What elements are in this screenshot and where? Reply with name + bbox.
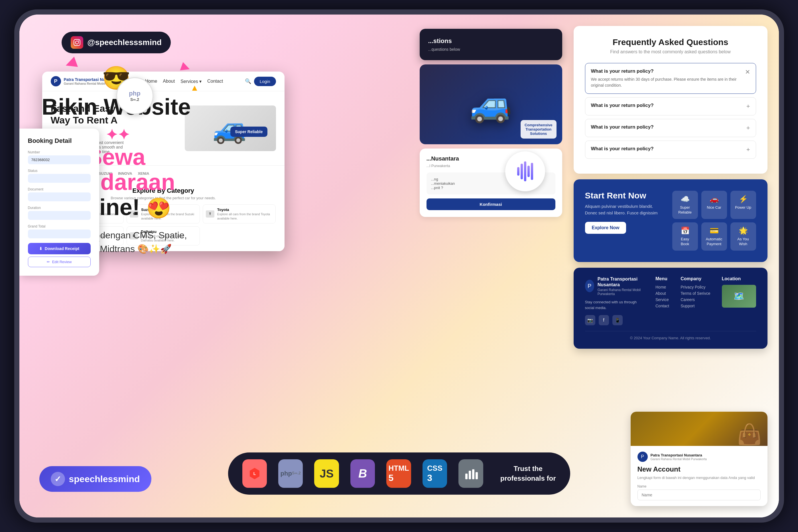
faq-subtitle: Find answers to the most commonly asked …	[585, 49, 756, 54]
php-badge: php S∞.2	[116, 77, 153, 114]
duration-input[interactable]	[28, 211, 91, 220]
svg-text:L: L	[253, 471, 256, 476]
rent-features: ☁️ Super Reliable 🚗 Nice Car ⚡ Power Up …	[672, 191, 756, 251]
svg-rect-7	[476, 472, 478, 479]
svg-rect-0	[74, 39, 80, 45]
footer-link-about[interactable]: About	[656, 291, 669, 296]
status-input[interactable]	[28, 174, 91, 183]
booking-field-total: Grand Total	[28, 224, 91, 238]
wave-bar-1	[517, 167, 519, 176]
download-receipt-button[interactable]: ⬇ Download Receipt	[28, 243, 91, 254]
svg-rect-4	[465, 474, 468, 479]
login-button[interactable]: Login	[254, 77, 276, 86]
svg-point-2	[78, 40, 79, 41]
deco-triangle-3: ▲	[190, 83, 199, 93]
explore-button[interactable]: Explore Now	[585, 222, 626, 234]
footer-logo-icon: P	[585, 280, 594, 292]
trust-text: Trust theprofessionals for	[500, 464, 556, 483]
whatsapp-social-icon[interactable]: 📱	[612, 315, 623, 325]
faq-item-2[interactable]: What is your return policy? +	[585, 97, 756, 115]
toyota-info: ToyotaExplore all cars from the brand To…	[217, 208, 273, 221]
feature-label-6: As You Wish	[735, 237, 752, 247]
account-brand-sub: Garani Rahana Rental Mobil Purwakerta	[651, 457, 707, 461]
faq-title: Frequently Asked Questions	[585, 37, 756, 47]
booking-panel: Booking Detail Number Status Document Du…	[19, 129, 99, 276]
feature-label-3: Power Up	[735, 205, 752, 210]
confirm-button[interactable]: Konfirmasi	[426, 198, 555, 210]
category-toyota[interactable]: T ToyotaExplore all cars from the brand …	[203, 204, 276, 224]
check-icon: ✓	[51, 472, 65, 486]
mid-panel: ...stions ...questions below 🚙 Comprehen…	[420, 29, 562, 217]
speechless-badge: ✓ speechlessmind	[39, 466, 151, 492]
faq-item-3[interactable]: What is your return policy? +	[585, 119, 756, 137]
document-input[interactable]	[28, 192, 91, 201]
instagram-badge[interactable]: @speechlesssmind	[62, 32, 171, 53]
instagram-social-icon[interactable]: 📷	[585, 315, 595, 325]
wallet-icon: 👜	[737, 422, 762, 446]
book-icon: 📅	[676, 226, 694, 235]
rent-card: Start Rent Now Aliquam pulvinar vestibul…	[574, 179, 767, 262]
waveform-card	[505, 151, 545, 191]
faq-plus-icon-2: +	[746, 103, 750, 110]
wish-icon: 🌟	[735, 226, 752, 235]
faq-answer-1: We accept returns within 30 days of purc…	[591, 76, 745, 88]
account-brand: Patra Transportasi Nusantara	[651, 453, 707, 457]
download-icon: ⬇	[39, 246, 42, 251]
account-name-input[interactable]	[638, 490, 761, 500]
booking-title: Booking Detail	[28, 137, 91, 145]
map-thumbnail: 🗺️	[722, 285, 756, 308]
booking-field-number: Number	[28, 150, 91, 164]
location-title: Location	[722, 276, 756, 281]
screen: @speechlesssmind 😎 Bikin Website ✦✦ Sewa…	[19, 15, 779, 517]
dark-card-title: ...stions	[428, 37, 554, 45]
account-name-field: Name	[638, 484, 761, 500]
account-body: P Patra Transportasi Nusantara Garani Ra…	[631, 446, 767, 506]
javascript-icon: JS	[314, 459, 339, 488]
cloud-icon: ☁️	[676, 195, 694, 204]
footer-desc: Stay connected with us through social me…	[585, 299, 644, 310]
deco-sparkle: ✦✦	[106, 127, 130, 143]
search-icon[interactable]: 🔍	[245, 78, 251, 84]
company-title: Company	[681, 276, 710, 281]
emoji-love: 😍	[146, 197, 171, 219]
footer-link-terms[interactable]: Terms of Serivce	[681, 291, 710, 296]
wave-bar-4	[528, 166, 530, 177]
car-icon-feature: 🚗	[705, 195, 723, 204]
laravel-icon: L	[242, 459, 267, 488]
faq-plus-icon-4: +	[746, 146, 750, 153]
footer-link-home[interactable]: Home	[656, 285, 669, 289]
feature-label-2: Nice Car	[705, 205, 723, 210]
booking-field-duration: Duration	[28, 206, 91, 220]
wave-bar-5	[531, 163, 533, 180]
footer-link-privacy[interactable]: Privacy Policy	[681, 285, 710, 289]
emoji-cool: 😎	[31, 65, 202, 92]
grand-total-input[interactable]	[28, 229, 91, 238]
footer-company-col: Company Privacy Policy Terms of Serivce …	[681, 276, 710, 326]
footer-logo: P Patra Transportasi Nusantara Garani Ra…	[585, 276, 644, 296]
power-icon: ⚡	[735, 195, 752, 204]
edit-label: Edit Review	[52, 260, 72, 264]
facebook-social-icon[interactable]: f	[599, 315, 609, 325]
footer-link-contact[interactable]: Contact	[656, 304, 669, 308]
feature-power-up: ⚡ Power Up	[730, 191, 756, 219]
footer-link-careers[interactable]: Careers	[681, 297, 710, 302]
vehicle-preview: 🚙 ComprehensiveTransportationSolutions	[420, 64, 562, 144]
faq-question-1: What is your return policy?	[591, 69, 745, 74]
account-title: New Account	[638, 465, 761, 473]
faq-item-1[interactable]: What is your return policy? We accept re…	[585, 63, 756, 94]
edit-review-button[interactable]: ✏ Edit Review	[28, 256, 91, 267]
booking-field-status: Status	[28, 169, 91, 183]
account-header-image: 👜	[631, 412, 767, 446]
footer-link-support[interactable]: Support	[681, 304, 710, 308]
svg-point-1	[76, 41, 79, 44]
faq-item-4[interactable]: What is your return policy? +	[585, 140, 756, 159]
instagram-icon	[71, 36, 83, 49]
feature-super-reliable: ☁️ Super Reliable	[672, 191, 698, 219]
footer-link-service[interactable]: Service	[656, 297, 669, 302]
number-input[interactable]	[28, 155, 91, 164]
svg-rect-5	[469, 471, 471, 479]
comprehensive-badge: ComprehensiveTransportationSolutions	[520, 120, 556, 138]
footer-menu-col: Menu Home About Service Contact	[656, 276, 669, 326]
waveform	[517, 162, 533, 181]
account-desc: Lengkapi form di bawah ini dengan menggu…	[638, 476, 761, 480]
